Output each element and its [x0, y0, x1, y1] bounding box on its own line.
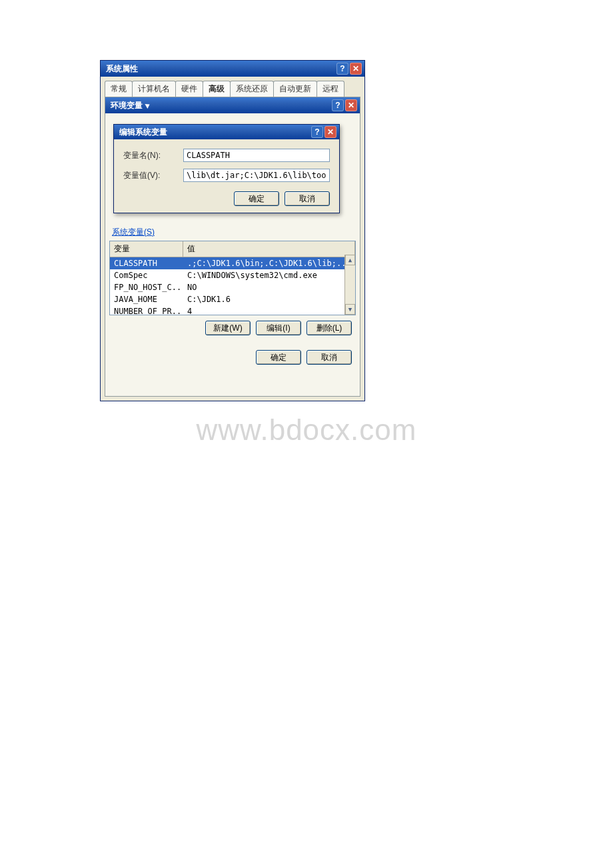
advanced-panel: 环境变量 ? ✕ 编辑系统变量 ? ✕ [105, 97, 360, 397]
ok-button[interactable]: 确定 [256, 350, 301, 365]
delete-button[interactable]: 删除(L) [306, 321, 352, 335]
scrollbar[interactable]: ▲ ▼ [344, 255, 355, 315]
list-item[interactable]: FP_NO_HOST_C... NO [110, 281, 355, 293]
list-item[interactable]: ComSpec C:\WINDOWS\system32\cmd.exe [110, 269, 355, 281]
system-properties-window: 系统属性 ? ✕ 常规 计算机名 硬件 高级 系统还原 自动更新 远程 环境变量 [100, 60, 365, 401]
scroll-up-icon[interactable]: ▲ [345, 255, 355, 265]
cancel-button[interactable]: 取消 [285, 191, 330, 206]
variable-value-input[interactable] [183, 169, 330, 182]
col-variable[interactable]: 变量 [110, 241, 183, 257]
edit-system-variable-dialog: 编辑系统变量 ? ✕ 变量名(N): 变量值(V): [113, 124, 340, 213]
cursor-icon [145, 102, 151, 109]
watermark-text: www.bdocx.com [197, 413, 417, 447]
sysprops-titlebar: 系统属性 ? ✕ [101, 61, 364, 77]
variable-value-label: 变量值(V): [123, 170, 183, 181]
close-icon[interactable]: ✕ [324, 126, 336, 138]
list-item[interactable]: JAVA_HOME C:\JDK1.6 [110, 293, 355, 305]
cancel-button[interactable]: 取消 [306, 350, 352, 365]
editdlg-titlebar: 编辑系统变量 ? ✕ [114, 125, 339, 139]
new-button[interactable]: 新建(W) [205, 321, 251, 335]
editdlg-title: 编辑系统变量 [119, 127, 167, 138]
list-item[interactable]: CLASSPATH .;C:\JDK1.6\bin;.C:\JDK1.6\lib… [110, 257, 355, 269]
help-icon[interactable]: ? [336, 63, 348, 75]
sysprops-tabs: 常规 计算机名 硬件 高级 系统还原 自动更新 远程 [105, 81, 360, 97]
close-icon[interactable]: ✕ [350, 63, 362, 75]
close-icon[interactable]: ✕ [345, 99, 357, 111]
variable-name-input[interactable] [183, 149, 330, 162]
col-value[interactable]: 值 [183, 241, 355, 257]
edit-button[interactable]: 编辑(I) [256, 321, 301, 335]
tab-auto-update[interactable]: 自动更新 [273, 81, 317, 97]
tab-computer-name[interactable]: 计算机名 [132, 81, 176, 97]
sysprops-title: 系统属性 [106, 63, 138, 75]
help-icon[interactable]: ? [332, 99, 344, 111]
system-variables-section: 系统变量(S) 变量 值 CLASSPATH .;C:\JDK1.6\bin;.… [109, 227, 356, 365]
tab-hardware[interactable]: 硬件 [175, 81, 203, 97]
system-variables-label: 系统变量(S) [112, 227, 356, 238]
ok-button[interactable]: 确定 [234, 191, 279, 206]
tab-remote[interactable]: 远程 [316, 81, 344, 97]
tab-advanced[interactable]: 高级 [203, 81, 231, 97]
scroll-down-icon[interactable]: ▼ [345, 304, 355, 315]
tab-system-restore[interactable]: 系统还原 [230, 81, 274, 97]
help-icon[interactable]: ? [311, 126, 323, 138]
list-item[interactable]: NUMBER_OF_PR... 4 [110, 305, 355, 315]
list-header: 变量 值 [110, 241, 355, 257]
variable-name-label: 变量名(N): [123, 150, 183, 161]
system-variables-list[interactable]: 变量 值 CLASSPATH .;C:\JDK1.6\bin;.C:\JDK1.… [109, 241, 356, 315]
envvars-titlebar: 环境变量 ? ✕ [105, 97, 360, 113]
tab-general[interactable]: 常规 [105, 81, 133, 97]
envvars-title: 环境变量 [111, 101, 143, 110]
